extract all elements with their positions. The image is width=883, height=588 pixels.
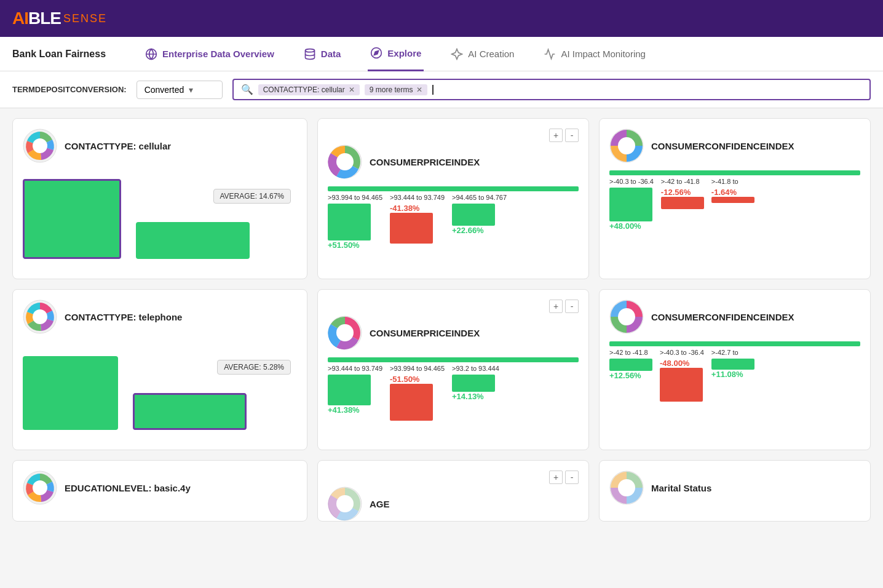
nav-item-ai-creation[interactable]: AI Creation: [448, 37, 517, 71]
cci-row1-icon: [609, 129, 644, 163]
cpi-row1-col-1: >93.444 to 93.749 -41.38%: [390, 194, 445, 250]
cpi-row2-icon: [328, 316, 362, 350]
card-header-cpi-row1: CONSUMERPRICEINDEX: [328, 145, 579, 179]
cci-row1-col-2-label: >-41.8 to: [711, 178, 738, 185]
logo: AI BLE SENSE: [12, 9, 107, 28]
nav-item-ai-impact[interactable]: AI Impact Monitoring: [541, 37, 648, 71]
big-box-outlined-cellular: [23, 179, 121, 259]
cpi-row2-col-2-bar: [452, 375, 495, 392]
cpi-row2-minus-button[interactable]: -: [565, 300, 579, 313]
filter-dropdown[interactable]: Converted ▾: [137, 81, 223, 99]
cci-row2-col-0-bar: [609, 359, 652, 371]
cpi-row2-controls: + -: [328, 300, 579, 313]
marital-icon: [609, 471, 644, 505]
svg-point-19: [336, 495, 354, 512]
cpi-row2-col-2-pct: +14.13%: [452, 392, 484, 401]
cci-row2-columns: >-42 to -41.8 +12.56% >-40.3 to -36.4 -4…: [609, 349, 860, 402]
main-content: CONTACTTYPE: cellular AVERAGE: 14.67% + …: [0, 108, 883, 531]
search-tag-contacttype[interactable]: CONTACTTYPE: cellular ✕: [258, 84, 360, 95]
card-contacttype-telephone: CONTACTTYPE: telephone AVERAGE: 5.28%: [12, 289, 307, 450]
cpi-row1-col-2-bar: [452, 204, 495, 226]
pulse-icon: [544, 48, 556, 60]
svg-point-17: [33, 480, 47, 495]
search-tag-more-remove-icon[interactable]: ✕: [416, 85, 422, 94]
cpi-row2-plus-button[interactable]: +: [549, 300, 563, 313]
search-tag-label: CONTACTTYPE: cellular: [263, 85, 345, 94]
cpi-row2-full-bar: [328, 357, 579, 362]
cpi-row1-minus-button[interactable]: -: [565, 129, 579, 142]
search-icon: 🔍: [241, 84, 253, 95]
nav-label-explore: Explore: [387, 48, 421, 58]
cpi-row1-col-2-label: >94.465 to 94.767: [452, 194, 507, 201]
cpi-row2-columns: >93.444 to 93.749 +41.38% >93.994 to 94.…: [328, 365, 579, 421]
cpi-row1-col-0: >93.994 to 94.465 +51.50%: [328, 194, 382, 250]
cci-row2-icon: [609, 300, 644, 334]
cpi-row2-col-0-pct: +41.38%: [328, 405, 360, 415]
card-title-education: EDUCATIONLEVEL: basic.4y: [65, 483, 191, 493]
card-title-cci-row1: CONSUMERCONFIDENCEINDEX: [651, 141, 794, 151]
cci-row1-col-2: >-41.8 to -1.64%: [711, 178, 754, 231]
big-box-cellular: [136, 222, 250, 259]
logo-ai-text: AI: [12, 9, 28, 28]
svg-point-13: [336, 324, 354, 341]
cci-row1-col-1-bar: [661, 197, 704, 209]
big-box-area-telephone: AVERAGE: 5.28%: [23, 341, 297, 440]
age-icon: [328, 487, 362, 521]
cpi-row1-col-0-label: >93.994 to 94.465: [328, 194, 382, 201]
cci-row2-col-2-pct: +11.08%: [711, 370, 743, 379]
data-row-3: EDUCATIONLEVEL: basic.4y + -: [12, 460, 871, 522]
cci-row1-col-1-label: >-42 to -41.8: [661, 178, 700, 185]
cci-row1-col-0-bar: [609, 188, 652, 221]
search-tag-more-terms[interactable]: 9 more terms ✕: [365, 84, 428, 95]
cci-row2-col-2-label: >-42.7 to: [711, 349, 738, 356]
card-age: + - AGE: [317, 460, 589, 522]
big-box-area-cellular: AVERAGE: 14.67%: [23, 170, 297, 269]
search-tag-more-label: 9 more terms: [370, 85, 413, 94]
search-box[interactable]: 🔍 CONTACTTYPE: cellular ✕ 9 more terms ✕: [232, 79, 871, 100]
cpi-row1-controls: + -: [328, 129, 579, 142]
nav-bar: Bank Loan Fairness Enterprise Data Overv…: [0, 37, 883, 71]
data-row-2: CONTACTTYPE: telephone AVERAGE: 5.28% + …: [12, 289, 871, 450]
nav-item-enterprise[interactable]: Enterprise Data Overview: [143, 37, 277, 71]
nav-item-explore[interactable]: Explore: [368, 37, 424, 71]
chevron-down-icon: ▾: [189, 85, 193, 95]
cpi-row1-col-0-bar: [328, 204, 371, 240]
card-educationlevel: EDUCATIONLEVEL: basic.4y: [12, 460, 307, 522]
nav-label-enterprise: Enterprise Data Overview: [162, 49, 274, 59]
cci-row2-col-1-pct-neg: -48.00%: [660, 359, 689, 368]
age-minus-button[interactable]: -: [565, 471, 579, 484]
svg-point-15: [618, 308, 635, 325]
cpi-row2-col-2: >93.2 to 93.444 +14.13%: [452, 365, 499, 421]
search-tag-remove-icon[interactable]: ✕: [349, 85, 355, 94]
cpi-row1-plus-button[interactable]: +: [549, 129, 563, 142]
cci-row1-col-1-pct-neg: -12.56%: [661, 188, 691, 197]
card-cci-row1: CONSUMERCONFIDENCEINDEX >-40.3 to -36.4 …: [599, 118, 871, 279]
cci-row1-col-2-bar: [711, 197, 754, 203]
svg-point-21: [618, 479, 635, 496]
cci-row1-col-1: >-42 to -41.8 -12.56%: [661, 178, 704, 231]
svg-marker-3: [374, 50, 379, 55]
cpi-row1-columns: >93.994 to 94.465 +51.50% >93.444 to 93.…: [328, 194, 579, 250]
svg-point-7: [336, 153, 354, 170]
big-box-telephone-1: [23, 356, 118, 430]
card-cpi-row1: + - CONSUMERPRICEINDEX: [317, 118, 589, 279]
svg-point-11: [33, 309, 47, 324]
cci-row2-col-1-label: >-40.3 to -36.4: [660, 349, 704, 356]
cpi-row2-col-0-bar: [328, 375, 371, 405]
filter-selected-value: Converted: [145, 85, 184, 95]
cci-row1-full-bar: [609, 170, 860, 175]
card-title-cpi-row2: CONSUMERPRICEINDEX: [370, 328, 480, 338]
nav-item-data[interactable]: Data: [301, 37, 344, 71]
cci-row2-col-0-label: >-42 to -41.8: [609, 349, 648, 356]
card-header-cci-row1: CONSUMERCONFIDENCEINDEX: [609, 129, 860, 163]
svg-point-9: [618, 137, 635, 154]
card-title-cellular: CONTACTTYPE: cellular: [65, 141, 171, 151]
cci-row1-col-0: >-40.3 to -36.4 +48.00%: [609, 178, 654, 231]
age-plus-button[interactable]: +: [549, 471, 563, 484]
cpi-row1-col-1-bar: [390, 213, 433, 244]
card-title-telephone: CONTACTTYPE: telephone: [65, 312, 182, 322]
cpi-row1-col-1-pct-neg: -41.38%: [390, 204, 419, 213]
filter-label: TERMDEPOSITCONVERSION:: [12, 85, 127, 94]
database-icon: [304, 48, 316, 60]
cpi-row2-col-0-label: >93.444 to 93.749: [328, 365, 382, 372]
